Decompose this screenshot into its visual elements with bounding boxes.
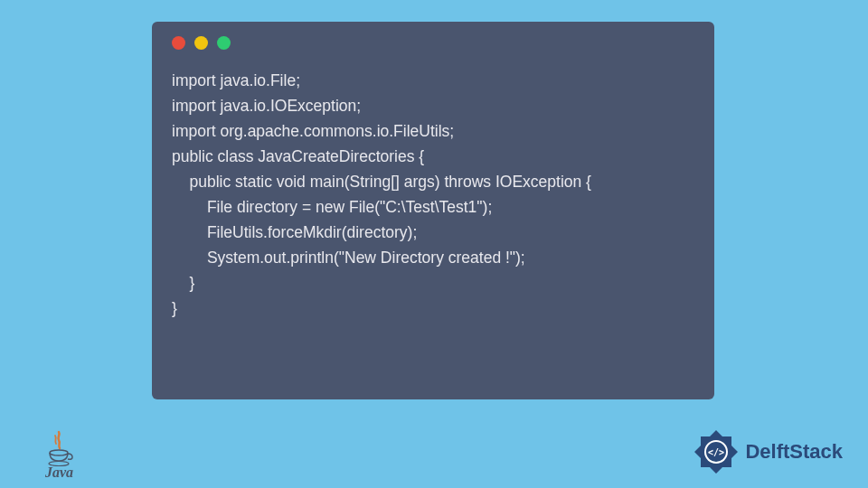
svg-text:</>: </> bbox=[708, 447, 724, 457]
code-line: FileUtils.forceMkdir(directory); bbox=[172, 220, 694, 245]
delftstack-badge-icon: </> bbox=[693, 428, 740, 475]
code-line: import java.io.IOException; bbox=[172, 93, 694, 118]
java-cup-icon bbox=[46, 430, 73, 466]
maximize-icon bbox=[217, 36, 231, 50]
svg-point-1 bbox=[49, 462, 69, 466]
code-line: import org.apache.commons.io.FileUtils; bbox=[172, 118, 694, 144]
code-line: File directory = new File("C:\Test\Test1… bbox=[172, 194, 694, 220]
code-line: import java.io.File; bbox=[172, 68, 694, 93]
code-line: public static void main(String[] args) t… bbox=[172, 169, 694, 194]
code-line: } bbox=[172, 296, 694, 321]
code-line: public class JavaCreateDirectories { bbox=[172, 144, 694, 169]
delftstack-logo-text: DelftStack bbox=[745, 440, 843, 464]
java-logo-text: Java bbox=[45, 465, 73, 481]
close-icon bbox=[172, 36, 185, 50]
code-window: import java.io.File; import java.io.IOEx… bbox=[152, 22, 714, 399]
java-logo: Java bbox=[45, 430, 73, 481]
window-controls bbox=[172, 36, 694, 50]
code-block: import java.io.File; import java.io.IOEx… bbox=[172, 68, 694, 321]
code-line: System.out.println("New Directory create… bbox=[172, 245, 694, 270]
svg-point-0 bbox=[50, 450, 68, 455]
delftstack-logo: </> DelftStack bbox=[693, 428, 843, 475]
minimize-icon bbox=[194, 36, 208, 50]
code-line: } bbox=[172, 270, 694, 296]
